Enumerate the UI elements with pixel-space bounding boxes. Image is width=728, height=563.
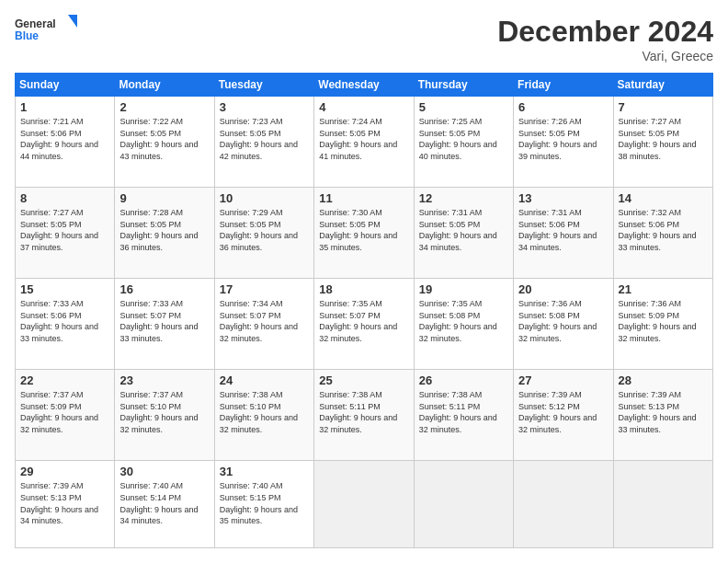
table-row: 25Sunrise: 7:38 AMSunset: 5:11 PMDayligh… <box>314 370 414 461</box>
table-row <box>414 461 513 548</box>
table-row: 2Sunrise: 7:22 AMSunset: 5:05 PMDaylight… <box>115 97 214 188</box>
title-block: December 2024 Vari, Greece <box>497 15 713 63</box>
table-row: 16Sunrise: 7:33 AMSunset: 5:07 PMDayligh… <box>115 279 214 370</box>
table-row: 6Sunrise: 7:26 AMSunset: 5:05 PMDaylight… <box>514 97 613 188</box>
svg-marker-2 <box>68 15 77 28</box>
table-row: 30Sunrise: 7:40 AMSunset: 5:14 PMDayligh… <box>115 461 214 548</box>
col-tuesday: Tuesday <box>214 74 313 97</box>
calendar-table: Sunday Monday Tuesday Wednesday Thursday… <box>15 73 713 548</box>
table-row: 18Sunrise: 7:35 AMSunset: 5:07 PMDayligh… <box>314 279 414 370</box>
month-title: December 2024 <box>497 15 713 49</box>
table-row: 23Sunrise: 7:37 AMSunset: 5:10 PMDayligh… <box>115 370 214 461</box>
header: GeneralBlue December 2024 Vari, Greece <box>15 15 713 63</box>
table-row: 4Sunrise: 7:24 AMSunset: 5:05 PMDaylight… <box>314 97 414 188</box>
table-row: 22Sunrise: 7:37 AMSunset: 5:09 PMDayligh… <box>16 370 115 461</box>
table-row: 12Sunrise: 7:31 AMSunset: 5:05 PMDayligh… <box>414 188 513 279</box>
svg-text:Blue: Blue <box>15 29 39 42</box>
table-row: 5Sunrise: 7:25 AMSunset: 5:05 PMDaylight… <box>414 97 513 188</box>
table-row: 14Sunrise: 7:32 AMSunset: 5:06 PMDayligh… <box>613 188 712 279</box>
table-row: 17Sunrise: 7:34 AMSunset: 5:07 PMDayligh… <box>214 279 313 370</box>
table-row: 11Sunrise: 7:30 AMSunset: 5:05 PMDayligh… <box>314 188 414 279</box>
table-row: 9Sunrise: 7:28 AMSunset: 5:05 PMDaylight… <box>115 188 214 279</box>
table-row <box>314 461 414 548</box>
svg-text:General: General <box>15 17 56 30</box>
col-thursday: Thursday <box>414 74 513 97</box>
logo-icon: GeneralBlue <box>15 15 79 42</box>
table-row: 21Sunrise: 7:36 AMSunset: 5:09 PMDayligh… <box>613 279 712 370</box>
table-row: 27Sunrise: 7:39 AMSunset: 5:12 PMDayligh… <box>514 370 613 461</box>
table-row: 20Sunrise: 7:36 AMSunset: 5:08 PMDayligh… <box>514 279 613 370</box>
col-sunday: Sunday <box>16 74 115 97</box>
table-row: 10Sunrise: 7:29 AMSunset: 5:05 PMDayligh… <box>214 188 313 279</box>
table-row: 26Sunrise: 7:38 AMSunset: 5:11 PMDayligh… <box>414 370 513 461</box>
logo: GeneralBlue <box>15 15 79 42</box>
col-wednesday: Wednesday <box>314 74 414 97</box>
table-row: 24Sunrise: 7:38 AMSunset: 5:10 PMDayligh… <box>214 370 313 461</box>
table-row: 28Sunrise: 7:39 AMSunset: 5:13 PMDayligh… <box>613 370 712 461</box>
table-row <box>613 461 712 548</box>
table-row: 31Sunrise: 7:40 AMSunset: 5:15 PMDayligh… <box>214 461 313 548</box>
table-row: 3Sunrise: 7:23 AMSunset: 5:05 PMDaylight… <box>214 97 313 188</box>
table-row: 19Sunrise: 7:35 AMSunset: 5:08 PMDayligh… <box>414 279 513 370</box>
page: GeneralBlue December 2024 Vari, Greece S… <box>0 0 728 563</box>
location: Vari, Greece <box>497 49 713 63</box>
calendar-header-row: Sunday Monday Tuesday Wednesday Thursday… <box>16 74 713 97</box>
col-monday: Monday <box>115 74 214 97</box>
col-friday: Friday <box>514 74 613 97</box>
table-row: 1Sunrise: 7:21 AMSunset: 5:06 PMDaylight… <box>16 97 115 188</box>
table-row: 7Sunrise: 7:27 AMSunset: 5:05 PMDaylight… <box>613 97 712 188</box>
table-row: 29Sunrise: 7:39 AMSunset: 5:13 PMDayligh… <box>16 461 115 548</box>
table-row <box>514 461 613 548</box>
table-row: 15Sunrise: 7:33 AMSunset: 5:06 PMDayligh… <box>16 279 115 370</box>
table-row: 13Sunrise: 7:31 AMSunset: 5:06 PMDayligh… <box>514 188 613 279</box>
col-saturday: Saturday <box>613 74 712 97</box>
table-row: 8Sunrise: 7:27 AMSunset: 5:05 PMDaylight… <box>16 188 115 279</box>
